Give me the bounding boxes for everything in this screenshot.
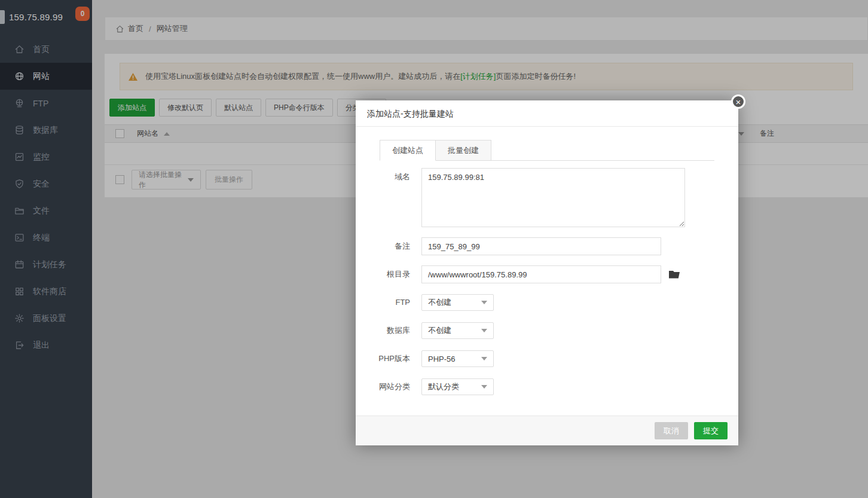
tab-batch-create[interactable]: 批量创建 <box>436 140 491 161</box>
remark-input[interactable] <box>421 237 661 255</box>
ftp-row: FTP 不创建 <box>356 294 738 311</box>
chevron-down-icon <box>481 329 487 332</box>
ftp-select[interactable]: 不创建 <box>421 294 494 311</box>
php-version-select-value: PHP-56 <box>428 355 456 363</box>
site-category-label: 网站分类 <box>356 378 421 396</box>
add-site-form: 域名 备注 根目录 FTP 不创建 数据库 不创建 <box>356 168 738 396</box>
modal-tabs: 创建站点 批量创建 <box>380 140 714 161</box>
chevron-down-icon <box>481 385 487 389</box>
php-version-select[interactable]: PHP-56 <box>421 350 494 367</box>
ftp-select-value: 不创建 <box>428 297 451 308</box>
modal-footer: 取消 提交 <box>356 415 738 445</box>
site-category-select[interactable]: 默认分类 <box>421 378 494 395</box>
database-label: 数据库 <box>356 322 421 340</box>
tab-create-site[interactable]: 创建站点 <box>380 140 436 161</box>
remark-row: 备注 <box>356 237 738 255</box>
remark-label: 备注 <box>356 237 421 255</box>
domain-row: 域名 <box>356 168 738 227</box>
submit-button[interactable]: 提交 <box>694 422 728 439</box>
ftp-label: FTP <box>356 294 421 311</box>
add-site-modal: × 添加站点-支持批量建站 创建站点 批量创建 域名 备注 根目录 FTP 不创… <box>356 100 738 445</box>
database-row: 数据库 不创建 <box>356 322 738 340</box>
browse-folder-icon[interactable] <box>668 269 680 280</box>
site-category-select-value: 默认分类 <box>428 381 459 392</box>
root-dir-label: 根目录 <box>356 265 421 283</box>
site-category-row: 网站分类 默认分类 <box>356 378 738 396</box>
domain-label: 域名 <box>356 168 421 227</box>
database-select[interactable]: 不创建 <box>421 322 494 339</box>
root-dir-input[interactable] <box>421 265 661 283</box>
database-select-value: 不创建 <box>428 325 451 336</box>
root-dir-row: 根目录 <box>356 265 738 283</box>
close-icon[interactable]: × <box>731 94 745 109</box>
modal-title: 添加站点-支持批量建站 <box>356 100 738 127</box>
cancel-button[interactable]: 取消 <box>655 422 688 439</box>
chevron-down-icon <box>481 301 487 304</box>
domain-textarea[interactable] <box>421 168 685 227</box>
chevron-down-icon <box>481 357 487 360</box>
php-version-row: PHP版本 PHP-56 <box>356 350 738 368</box>
php-version-label: PHP版本 <box>356 350 421 368</box>
